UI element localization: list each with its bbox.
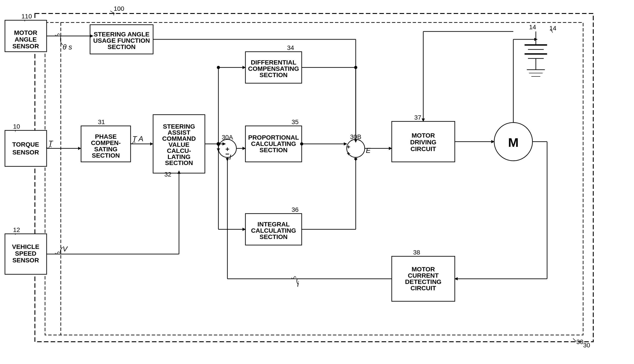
ref-32: 32 [164,171,171,178]
ref-31: 31 [98,118,105,126]
prop-calc-label2: CALCULATING [251,140,296,147]
signal-t: T [48,139,53,147]
ref-10: 10 [13,123,20,130]
ref-30a: 30A [222,134,233,141]
svg-point-66 [217,142,220,146]
motor-driving-label: MOTOR [411,132,435,139]
steering-angle-label: STEERING ANGLE [94,31,149,38]
phase-comp-label4: SECTION [92,152,120,159]
ref-14: 14 [529,24,536,30]
prop-calc-label: PROPORTIONAL [248,134,299,141]
steering-angle-label2: USAGE FUNCTION [93,37,150,44]
motor-angle-sensor-label2: ANGLE [15,36,37,43]
prop-calc-label3: SECTION [260,146,288,154]
vehicle-speed-label3: SENSOR [12,257,39,264]
phase-comp-label: PHASE [95,133,117,140]
phase-comp-label3: SATING [94,146,118,153]
signal-theta-s: θ s [63,43,72,51]
junction-dot-4 [217,66,220,69]
integral-calc-label: INTEGRAL [257,221,290,228]
motor-current-label4: CIRCUIT [410,285,436,292]
ref-30-label: 30 [583,342,590,349]
motor-current-label3: DETECTING [405,278,442,285]
junction-dot-3 [300,142,303,146]
ref-14-label: 14 [549,25,556,32]
svg-rect-6 [5,130,47,166]
motor-current-label: MOTOR [411,266,435,273]
integral-calc-label2: CALCULATING [251,227,296,234]
motor-driving-label3: CIRCUIT [410,146,436,152]
vehicle-speed-label2: SPEED [15,250,37,257]
vehicle-speed-label: VEHICLE [12,243,39,250]
motor-angle-sensor-label3: SENSOR [12,43,39,50]
ref-38: 38 [413,249,420,256]
diff-comp-label3: SECTION [260,72,288,78]
signal-v: V [63,245,68,253]
ref-35: 35 [292,118,299,126]
ref-100: 100 [114,5,124,12]
signal-e: E [366,146,371,154]
sum-30b-plus-btm: + [347,150,350,157]
motor-current-label2: CURRENT [408,272,439,279]
signal-i: I [229,153,231,161]
sum-30b-plus-top: + [347,144,350,150]
ref-34: 34 [287,44,294,51]
steering-angle-label3: SECTION [108,44,136,50]
motor-m-label: M [508,135,519,150]
junction-dot-2 [354,66,357,69]
motor-driving-label2: DRIVING [410,139,437,146]
ref-110: 110 [21,13,32,20]
ref-12: 12 [13,226,20,233]
diff-comp-label2: COMPENSATING [248,65,299,72]
phase-comp-label2: COMPEN- [91,140,121,146]
motor-angle-sensor-label: MOTOR [14,29,37,36]
diagram-container: 100 30 MOTOR ANGLE SENSOR 110 TORQUE SEN… [0,0,634,364]
integral-calc-label3: SECTION [260,233,288,240]
diff-comp-label: DIFFERENTIAL [251,59,296,66]
ref-37: 37 [414,114,421,121]
sum-junction-30a-minus: − [225,150,230,158]
torque-sensor-label: TORQUE [12,141,39,148]
ref-36: 36 [292,206,299,213]
ref-30: 30 [576,338,583,345]
torque-sensor-label2: SENSOR [12,149,39,156]
steering-assist-label7: SECTION [165,160,193,166]
